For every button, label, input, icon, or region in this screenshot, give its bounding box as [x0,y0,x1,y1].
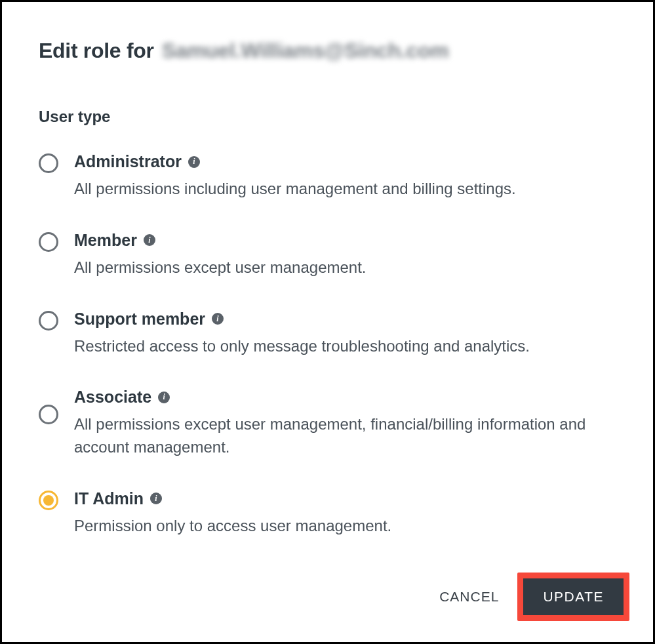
title-prefix: Edit role for [39,39,154,63]
option-description: All permissions except user management. [74,256,616,279]
option-title-row: Administrator i [74,152,616,171]
option-title: Support member [74,310,205,329]
option-body: IT Admin i Permission only to access use… [74,489,616,538]
info-icon[interactable]: i [188,156,200,168]
option-body: Administrator i All permissions includin… [74,152,616,201]
option-title-row: Associate i [74,388,616,407]
radio-member[interactable] [39,232,58,252]
cancel-button[interactable]: CANCEL [434,581,504,613]
update-button[interactable]: UPDATE [523,578,624,615]
radio-administrator[interactable] [39,153,58,173]
option-description: Restricted access to only message troubl… [74,335,616,358]
update-highlight: UPDATE [517,573,629,621]
option-title-row: Member i [74,231,616,250]
option-administrator[interactable]: Administrator i All permissions includin… [39,152,616,201]
info-icon[interactable]: i [144,234,155,246]
info-icon[interactable]: i [212,313,224,325]
option-title-row: Support member i [74,310,616,329]
option-description: All permissions except user management, … [74,413,616,459]
title-email: Samuel.Williams@Sinch.com [162,39,449,63]
option-description: All permissions including user managemen… [74,178,616,201]
option-title: Administrator [74,152,182,171]
edit-role-dialog: Edit role for Samuel.Williams@Sinch.com … [0,0,655,644]
option-description: Permission only to access user managemen… [74,515,616,538]
option-support-member[interactable]: Support member i Restricted access to on… [39,310,616,358]
option-title: IT Admin [74,489,144,508]
info-icon[interactable]: i [158,392,170,403]
option-member[interactable]: Member i All permissions except user man… [39,231,616,279]
option-associate[interactable]: Associate i All permissions except user … [39,388,616,459]
option-title-row: IT Admin i [74,489,616,508]
option-body: Member i All permissions except user man… [74,231,616,279]
dialog-title: Edit role for Samuel.Williams@Sinch.com [39,39,616,63]
user-type-label: User type [39,108,616,126]
option-it-admin[interactable]: IT Admin i Permission only to access use… [39,489,616,538]
radio-it-admin[interactable] [39,491,58,510]
radio-support-member[interactable] [39,311,58,331]
info-icon[interactable]: i [150,493,162,504]
option-title: Member [74,231,137,250]
radio-associate[interactable] [39,405,58,424]
option-title: Associate [74,388,151,407]
dialog-actions: CANCEL UPDATE [434,573,629,621]
option-body: Associate i All permissions except user … [74,388,616,459]
option-body: Support member i Restricted access to on… [74,310,616,358]
